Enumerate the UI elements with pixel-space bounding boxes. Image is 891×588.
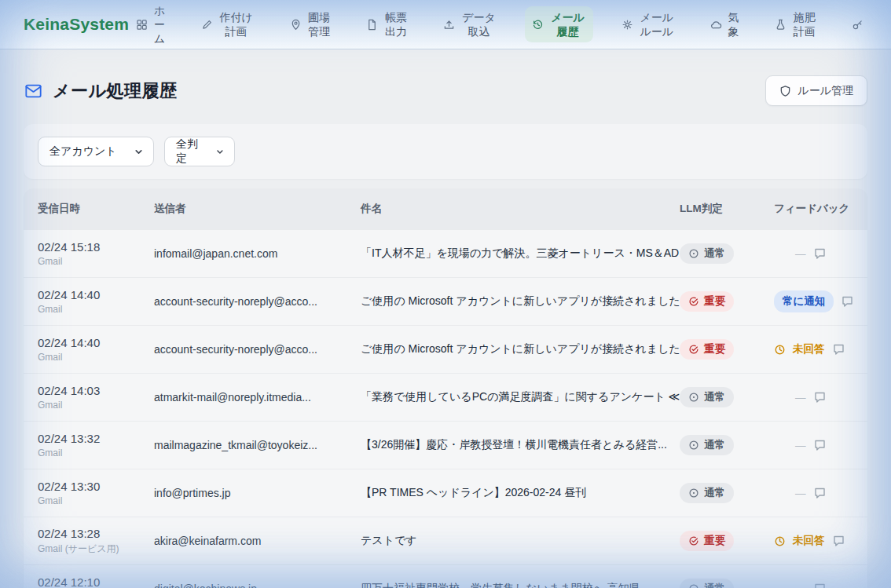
comment-icon[interactable] [813, 391, 827, 404]
nav-item-planting-plan[interactable]: 作付け計画 [194, 6, 262, 42]
row-datetime-cell: 02/24 14:40 Gmail [38, 288, 154, 315]
row-datetime: 02/24 12:10 [38, 575, 145, 588]
clock-icon [774, 535, 786, 547]
table-row[interactable]: 02/24 13:30 Gmail info@prtimes.jp 【PR TI… [24, 469, 867, 517]
nav-label: 圃場管理 [307, 10, 332, 38]
table-header-row: 受信日時 送信者 件名 LLM判定 フィードバック [24, 188, 867, 229]
rule-management-label: ルール管理 [798, 84, 853, 98]
nav-label: 帳票出力 [383, 10, 408, 38]
nav-item-report-output[interactable]: 帳票出力 [359, 6, 415, 42]
feedback-label: — [795, 440, 806, 451]
nav-label: 施肥計画 [792, 10, 816, 38]
map-pin-icon [290, 19, 302, 31]
table-row[interactable]: 02/24 13:28 Gmail (サービス用) akira@keinafar… [24, 517, 867, 564]
row-judgment-cell: 重要 [680, 339, 774, 360]
judgment-badge: 重要 [680, 291, 734, 312]
filter-bar: 全アカウント 全判定 [24, 124, 867, 179]
circle-dot-icon [688, 248, 699, 259]
rule-management-button[interactable]: ルール管理 [765, 75, 867, 106]
nav-label: ホーム [153, 3, 165, 46]
comment-icon[interactable] [813, 583, 827, 588]
row-sender: info@prtimes.jp [154, 487, 361, 499]
judgment-label: 通常 [704, 247, 725, 261]
judgment-label: 通常 [704, 438, 725, 452]
circle-dot-icon [688, 440, 699, 451]
row-sender: digital@kochinews.jp [154, 583, 361, 588]
judgment-filter-select[interactable]: 全判定 [164, 137, 235, 166]
judgment-label: 通常 [704, 582, 725, 588]
judgment-filter-value: 全判定 [176, 137, 206, 166]
nav-label: データ取込 [460, 10, 497, 38]
row-datetime: 02/24 14:40 [38, 336, 145, 349]
nav-label: 作付け計画 [218, 10, 255, 38]
comment-icon[interactable] [832, 535, 845, 547]
table-row[interactable]: 02/24 13:32 Gmail mailmagazine_tkmail@to… [24, 421, 867, 469]
row-sender: mailmagazine_tkmail@toyokeiz... [154, 439, 361, 451]
history-icon [532, 19, 544, 31]
chevron-down-icon [134, 147, 144, 157]
cloud-icon [710, 19, 722, 31]
feedback-label: 未回答 [793, 342, 825, 356]
comment-icon[interactable] [832, 343, 845, 356]
row-sender: account-security-noreply@acco... [154, 343, 361, 356]
table-row[interactable]: 02/24 15:18 Gmail infomail@japan.cnet.co… [24, 229, 867, 277]
nav-label: メール履歴 [549, 10, 585, 38]
row-datetime: 02/24 14:03 [38, 384, 145, 397]
row-subject: 【PR TIMES ヘッドライン】2026-02-24 昼刊 [361, 486, 680, 500]
flask-icon [775, 19, 786, 31]
nav-item-weather[interactable]: 気象 [703, 6, 746, 42]
row-subject: 【3/26開催】慶応・岸教授登壇！横川電機責任者とみる経営... [361, 438, 680, 452]
judgment-label: 重要 [704, 534, 725, 548]
nav-item-data-import[interactable]: データ取込 [436, 6, 504, 42]
table-row[interactable]: 02/24 12:10 Gmail digital@kochinews.jp 四… [24, 564, 867, 588]
row-datetime-cell: 02/24 14:03 Gmail [38, 384, 154, 411]
comment-icon[interactable] [813, 439, 827, 451]
feedback-cell: — [774, 439, 867, 451]
comment-icon[interactable] [813, 247, 827, 260]
row-judgment-cell: 通常 [680, 579, 774, 588]
col-header-datetime: 受信日時 [38, 202, 154, 216]
table-body: 02/24 15:18 Gmail infomail@japan.cnet.co… [24, 229, 867, 588]
upload-icon [443, 19, 455, 31]
row-judgment-cell: 通常 [680, 243, 774, 264]
comment-icon[interactable] [813, 487, 827, 499]
table-row[interactable]: 02/24 14:40 Gmail account-security-norep… [24, 325, 867, 373]
table-row[interactable]: 02/24 14:40 Gmail account-security-norep… [24, 277, 867, 325]
account-filter-select[interactable]: 全アカウント [38, 137, 154, 166]
row-datetime: 02/24 13:28 [38, 527, 145, 540]
row-datetime: 02/24 14:40 [38, 288, 145, 301]
col-header-judgment: LLM判定 [680, 202, 774, 216]
judgment-badge: 通常 [680, 579, 734, 588]
row-subject: 「IT人材不足」を現場の力で解決。三菱オートリース・MS＆AD... [361, 247, 680, 261]
row-sender: infomail@japan.cnet.com [154, 247, 361, 260]
nav-item-mail-rules[interactable]: メールルール [614, 6, 682, 42]
row-subject: 「業務で使用しているPCの満足度調査」に関するアンケート ≪... [361, 390, 680, 404]
nav-item-mail-history[interactable]: メール履歴 [525, 6, 592, 42]
judgment-label: 通常 [704, 486, 725, 500]
judgment-badge: 通常 [680, 387, 734, 407]
check-circle-icon [688, 296, 699, 307]
feedback-cell: 常に通知 [774, 290, 867, 312]
feedback-cell: — [774, 583, 867, 588]
feedback-label: — [795, 488, 806, 499]
mail-history-table: 受信日時 送信者 件名 LLM判定 フィードバック 02/24 15:18 Gm… [24, 188, 867, 588]
table-row[interactable]: 02/24 14:03 Gmail atmarkit-mail@noreply.… [24, 373, 867, 421]
nav-item-fertilizer-plan[interactable]: 施肥計画 [768, 6, 823, 42]
row-datetime-cell: 02/24 14:40 Gmail [38, 336, 154, 363]
nav-item-home[interactable]: ホーム [129, 0, 172, 49]
row-subject: ご使用の Microsoft アカウントに新しいアプリが接続されました [361, 342, 680, 356]
row-datetime-cell: 02/24 12:10 Gmail [38, 575, 154, 588]
main-content: メール処理履歴 ルール管理 全アカウント 全判定 受信日時 送信者 件名 LLM… [0, 75, 891, 588]
row-subject: ご使用の Microsoft アカウントに新しいアプリが接続されました [361, 294, 680, 309]
nav-item-field-management[interactable]: 圃場管理 [283, 6, 339, 42]
pencil-icon [201, 19, 213, 31]
nav-item-key[interactable] [845, 15, 871, 35]
judgment-badge: 重要 [680, 531, 734, 551]
comment-icon[interactable] [841, 295, 854, 308]
nav-label: メールルール [639, 10, 675, 38]
row-datetime: 02/24 15:18 [38, 240, 145, 254]
chevron-down-icon [215, 147, 225, 157]
key-icon [852, 19, 864, 31]
circle-dot-icon [688, 392, 699, 403]
row-datetime-cell: 02/24 13:30 Gmail [38, 480, 154, 506]
